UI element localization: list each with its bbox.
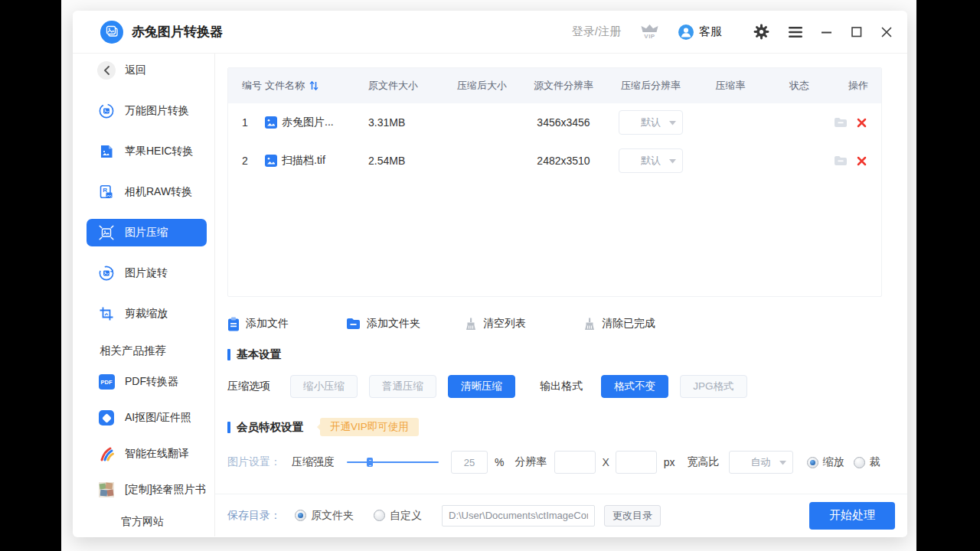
pdf-icon: PDF (97, 374, 116, 390)
strength-slider[interactable] (347, 461, 439, 463)
resolution-width-input[interactable] (554, 451, 596, 474)
change-directory-button[interactable]: 更改目录 (604, 505, 661, 527)
back-chevron-icon (97, 61, 116, 80)
resolution-height-input[interactable] (616, 451, 657, 474)
row-filename: 赤兔图片... (263, 116, 364, 129)
app-title: 赤兔图片转换器 (132, 23, 223, 41)
titlebar: 赤兔图片转换器 登录/注册 VIP 客服 (73, 11, 907, 54)
official-website-link[interactable]: 官方网站 (121, 515, 214, 529)
sidebar-item-crop-scale[interactable]: 剪裁缩放 (97, 303, 214, 324)
delete-x-icon[interactable] (857, 118, 867, 128)
image-rotate-icon (97, 265, 116, 282)
minimize-button[interactable] (822, 27, 832, 37)
row-target-resolution: 默认 (606, 148, 696, 173)
sidebar-item-heic-convert[interactable]: 苹果HEIC转换 (97, 141, 214, 162)
photo-book-icon (97, 482, 116, 497)
radio-icon (807, 457, 818, 468)
compress-options-row: 压缩选项 缩小压缩 普通压缩 清晰压缩 输出格式 格式不变 JPG格式 (227, 375, 895, 398)
broom-icon (465, 318, 477, 331)
sidebar-item-image-compress[interactable]: 图片压缩 (87, 219, 207, 246)
row-filename: 扫描档.tif (263, 154, 364, 168)
col-header-operations: 操作 (834, 79, 882, 93)
col-header-compress-ratio: 压缩率 (696, 79, 765, 93)
radio-icon (854, 457, 865, 468)
open-folder-icon[interactable] (834, 155, 848, 167)
sidebar-item-label: 苹果HEIC转换 (125, 145, 193, 158)
row-src-resolution: 2482x3510 (521, 155, 606, 167)
service-label: 客服 (699, 24, 722, 39)
option-keep-format[interactable]: 格式不变 (601, 375, 668, 398)
crop-radio-option[interactable]: 裁 (854, 455, 880, 469)
sidebar-item-universal-convert[interactable]: 万能图片转换 (97, 100, 214, 122)
app-window: 赤兔图片转换器 登录/注册 VIP 客服 (73, 11, 907, 537)
resolution-dropdown[interactable]: 默认 (619, 148, 683, 173)
chevron-down-icon (779, 461, 786, 465)
titlebar-actions: 登录/注册 VIP 客服 (572, 24, 892, 40)
sidebar-item-label: [定制]轻奢照片书 (125, 483, 206, 497)
sidebar-item-label: 图片压缩 (125, 226, 168, 240)
aspect-ratio-select[interactable]: 自动 (729, 451, 793, 474)
table-row: 2 扫描档.tif 2.54MB 2482x3510 (228, 142, 881, 180)
vip-crown-icon[interactable]: VIP (640, 24, 659, 40)
image-compress-icon (97, 224, 116, 241)
clear-completed-button[interactable]: 清除已完成 (583, 317, 702, 331)
image-settings-row: 图片设置： 压缩强度 % 分辨率 X px 宽高比 自动 (227, 451, 895, 474)
option-shrink-compress[interactable]: 缩小压缩 (290, 375, 358, 398)
main-content: 编号 文件名称 原文件大小 压缩后大小 源文件分辨率 (215, 54, 907, 536)
aspect-ratio-label: 宽高比 (688, 455, 720, 469)
sidebar-item-pdf-converter[interactable]: PDF PDF转换器 (97, 371, 214, 393)
resolution-label: 分辨率 (514, 455, 547, 469)
sidebar-item-raw-convert[interactable]: R 相机RAW转换 (97, 181, 214, 203)
save-directory-label: 保存目录： (227, 509, 281, 523)
sidebar-item-label: PDF转换器 (125, 375, 178, 389)
sidebar: 返回 万能图片转换 (73, 54, 215, 536)
resolution-dropdown[interactable]: 默认 (619, 110, 683, 135)
image-file-icon (265, 116, 277, 129)
row-no: 1 (228, 116, 263, 129)
col-header-filename[interactable]: 文件名称 (263, 79, 364, 93)
app-logo-icon (100, 21, 123, 44)
col-header-src-resolution: 源文件分辨率 (521, 79, 606, 93)
login-register-link[interactable]: 登录/注册 (572, 24, 621, 39)
x-separator: X (602, 456, 609, 468)
open-folder-icon[interactable] (834, 117, 848, 129)
sidebar-item-online-translate[interactable]: 智能在线翻译 (97, 443, 214, 465)
sidebar-item-image-rotate[interactable]: 图片旋转 (97, 262, 214, 284)
zoom-radio-option[interactable]: 缩放 (807, 455, 844, 469)
add-folder-button[interactable]: 添加文件夹 (346, 317, 465, 331)
slider-handle[interactable] (367, 458, 373, 467)
start-processing-button[interactable]: 开始处理 (809, 502, 895, 530)
original-folder-radio[interactable]: 原文件夹 (295, 509, 354, 523)
delete-x-icon[interactable] (857, 156, 867, 166)
row-operations (834, 155, 882, 167)
row-src-resolution: 3456x3456 (521, 116, 606, 129)
sidebar-item-ai-matting[interactable]: AI抠图/证件照 (97, 407, 214, 429)
close-button[interactable] (881, 27, 892, 37)
menu-icon[interactable] (789, 27, 802, 37)
customer-service-button[interactable]: 客服 (678, 24, 722, 40)
clear-list-button[interactable]: 清空列表 (465, 317, 583, 331)
vip-settings-title: 会员特权设置 (227, 420, 303, 435)
compress-options-label: 压缩选项 (227, 380, 270, 393)
back-label: 返回 (125, 64, 146, 77)
option-normal-compress[interactable]: 普通压缩 (369, 375, 436, 398)
image-settings-label: 图片设置： (227, 455, 281, 469)
option-clear-compress[interactable]: 清晰压缩 (448, 375, 515, 398)
back-button[interactable]: 返回 (97, 60, 214, 81)
sidebar-item-photo-book[interactable]: [定制]轻奢照片书 (97, 479, 214, 500)
maximize-button[interactable] (851, 27, 862, 37)
table-row: 1 赤兔图片... 3.31MB 3456x3456 (228, 103, 881, 142)
custom-folder-radio[interactable]: 自定义 (374, 509, 422, 523)
settings-gear-icon[interactable] (753, 24, 769, 40)
col-header-orig-size: 原文件大小 (364, 79, 443, 93)
sidebar-item-label: 万能图片转换 (125, 104, 189, 118)
strength-input[interactable] (451, 451, 488, 474)
option-jpg-format[interactable]: JPG格式 (680, 375, 747, 398)
col-header-status: 状态 (765, 79, 834, 93)
add-file-button[interactable]: 添加文件 (227, 317, 346, 331)
heic-convert-icon (97, 143, 116, 160)
basic-settings-title: 基本设置 (227, 347, 895, 362)
list-actions: 添加文件 添加文件夹 (227, 315, 895, 333)
save-path-input[interactable] (442, 505, 595, 527)
related-products-heading: 相关产品推荐 (100, 344, 214, 358)
